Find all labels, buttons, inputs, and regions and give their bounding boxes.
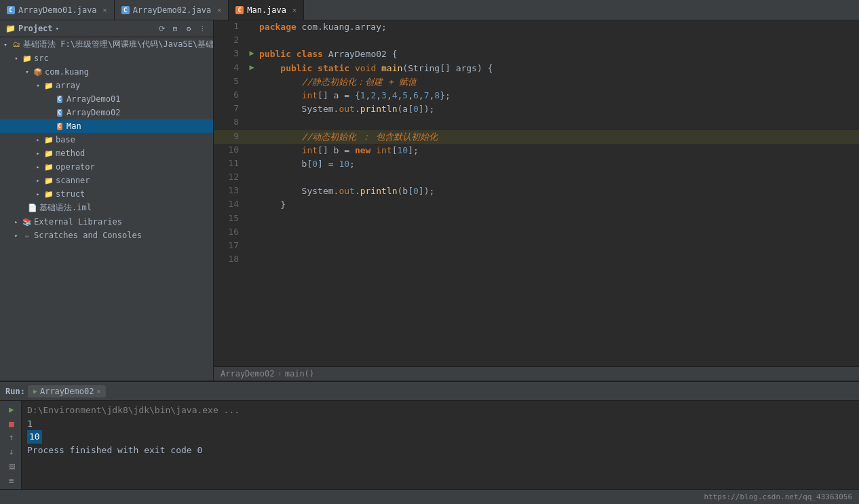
- table-row: 14 }: [214, 198, 859, 212]
- man-icon: C: [54, 121, 65, 132]
- line-num-8: 8: [214, 116, 244, 130]
- collapse-icon[interactable]: ⊟: [170, 23, 180, 34]
- tab-arraydemo02[interactable]: C ArrayDemo02.java ✕: [115, 0, 229, 20]
- line-gutter-16: [244, 226, 259, 239]
- run-scroll-up-button[interactable]: ↑: [4, 431, 19, 443]
- tree-item-scanner[interactable]: ▸ 📁 scanner: [0, 174, 213, 187]
- tab-close-man[interactable]: ✕: [292, 6, 297, 14]
- tree-item-iml[interactable]: 📄 基础语法.iml: [0, 201, 213, 215]
- arrow-method: ▸: [33, 148, 43, 159]
- tree-item-operator[interactable]: ▸ 📁 operator: [0, 160, 213, 174]
- breadcrumb: ArrayDemo02 › main(): [214, 366, 859, 381]
- run-tab-bar: Run: ▶ ArrayDemo02 ✕: [0, 382, 859, 401]
- run-stop-button[interactable]: ■: [4, 418, 19, 429]
- line-code-14[interactable]: }: [259, 198, 859, 212]
- run-line3-btn[interactable]: ▶: [249, 48, 254, 58]
- table-row: 5 //静态初始化：创建 + 赋值: [214, 75, 859, 89]
- arrow-scratches: ▸: [11, 230, 22, 241]
- line-code-1[interactable]: package com.kuang.array;: [259, 20, 859, 34]
- table-row: 10 int[] b = new int[10];: [214, 144, 859, 157]
- run-settings-button[interactable]: 🖼: [4, 461, 19, 473]
- arraydemo01-icon: C: [54, 94, 65, 104]
- line-code-4[interactable]: public static void main(String[] args) {: [259, 62, 859, 75]
- tree-label-project: 基础语法 F:\班级管理\网课班\代码\JavaSE\基础语...: [23, 39, 214, 50]
- run-tab-close[interactable]: ✕: [96, 387, 100, 395]
- breadcrumb-sep: ›: [277, 369, 282, 379]
- line-num-13: 13: [214, 185, 244, 198]
- gear-icon[interactable]: ⚙: [183, 23, 194, 34]
- arrow-scanner: ▸: [33, 175, 43, 186]
- run-output-cmd: D:\Environment\jdk8\jdk\bin\java.exe ...: [27, 404, 854, 417]
- tree-label-man: Man: [66, 121, 81, 131]
- run-scroll-down-button[interactable]: ↓: [4, 446, 19, 457]
- arrow-operator: ▸: [33, 161, 43, 172]
- tab-icon-arraydemo02: C: [121, 6, 130, 14]
- tree-item-array[interactable]: ▾ 📁 array: [0, 79, 213, 92]
- status-link[interactable]: https://blog.csdn.net/qq_43363056: [704, 492, 852, 501]
- line-code-10[interactable]: int[] b = new int[10];: [259, 144, 859, 157]
- tree-item-external-libraries[interactable]: ▸ 📚 External Libraries: [0, 215, 213, 229]
- line-code-12[interactable]: [259, 171, 859, 185]
- line-code-17[interactable]: [259, 239, 859, 253]
- line-code-3[interactable]: public class ArrayDemo02 {: [259, 47, 859, 61]
- tree-item-scratches[interactable]: ▸ ✏ Scratches and Consoles: [0, 229, 213, 242]
- tab-icon-arraydemo01: C: [7, 6, 15, 14]
- line-code-15[interactable]: [259, 212, 859, 226]
- tab-label-man: Man.java: [247, 5, 286, 15]
- tab-close-arraydemo01[interactable]: ✕: [103, 6, 107, 14]
- run-line4-btn[interactable]: ▶: [249, 62, 254, 72]
- method-folder-icon: 📁: [43, 148, 54, 159]
- line-code-11[interactable]: b[0] = 10;: [259, 157, 859, 171]
- line-code-13[interactable]: System.out.println(b[0]);: [259, 185, 859, 198]
- line-code-8[interactable]: [259, 116, 859, 130]
- line-code-2[interactable]: [259, 34, 859, 47]
- run-options-button[interactable]: ≡: [4, 475, 19, 486]
- arrow-com-kuang: ▾: [22, 66, 33, 77]
- line-num-3: 3: [214, 47, 244, 61]
- more-icon[interactable]: ⋮: [197, 23, 208, 34]
- code-editor[interactable]: 1 package com.kuang.array; 2 3 ▶ p: [214, 20, 859, 366]
- line-code-16[interactable]: [259, 226, 859, 239]
- run-toolbar: ▶ ■ ↑ ↓ 🖼 ≡: [0, 401, 22, 489]
- table-row: 18: [214, 253, 859, 267]
- run-tab-arraydemo02[interactable]: ▶ ArrayDemo02 ✕: [28, 385, 107, 398]
- tab-man[interactable]: C Man.java ✕: [229, 0, 304, 20]
- tree-label-arraydemo01: ArrayDemo01: [66, 94, 120, 104]
- table-row: 2: [214, 34, 859, 47]
- line-num-9: 9: [214, 130, 244, 144]
- line-code-9[interactable]: //动态初始化 ： 包含默认初始化: [259, 130, 859, 144]
- line-gutter-18: [244, 253, 259, 267]
- line-num-11: 11: [214, 157, 244, 171]
- src-folder-icon: 📁: [22, 53, 33, 64]
- tree-item-src[interactable]: ▾ 📁 src: [0, 52, 213, 65]
- line-gutter-7: [244, 102, 259, 116]
- line-num-18: 18: [214, 253, 244, 267]
- line-num-5: 5: [214, 75, 244, 89]
- tree-label-ext-libs: External Libraries: [34, 217, 122, 227]
- line-code-6[interactable]: int[] a = {1,2,3,4,5,6,7,8};: [259, 89, 859, 102]
- tab-arraydemo01[interactable]: C ArrayDemo01.java ✕: [0, 0, 115, 20]
- tab-close-arraydemo02[interactable]: ✕: [217, 6, 221, 14]
- line-gutter-15: [244, 212, 259, 226]
- arrow-base: ▸: [33, 134, 43, 145]
- line-code-7[interactable]: System.out.println(a[0]);: [259, 102, 859, 116]
- tree-item-base[interactable]: ▸ 📁 base: [0, 133, 213, 147]
- tree-item-method[interactable]: ▸ 📁 method: [0, 147, 213, 160]
- tree-item-struct[interactable]: ▸ 📁 struct: [0, 187, 213, 201]
- line-code-5[interactable]: //静态初始化：创建 + 赋值: [259, 75, 859, 89]
- tree-item-com-kuang[interactable]: ▾ 📦 com.kuang: [0, 65, 213, 79]
- sync-icon[interactable]: ⟳: [156, 23, 167, 34]
- editor-area: 1 package com.kuang.array; 2 3 ▶ p: [214, 20, 859, 381]
- run-play-button[interactable]: ▶: [4, 404, 19, 415]
- tree-item-project[interactable]: ▾ 🗂 基础语法 F:\班级管理\网课班\代码\JavaSE\基础语...: [0, 37, 213, 52]
- tree-item-arraydemo01[interactable]: C ArrayDemo01: [0, 92, 213, 106]
- line-code-18[interactable]: [259, 253, 859, 267]
- arraydemo02-icon: C: [54, 107, 65, 118]
- tree-item-man[interactable]: C Man: [0, 119, 213, 133]
- tree-item-arraydemo02[interactable]: C ArrayDemo02: [0, 106, 213, 119]
- project-icon: 📁: [5, 24, 16, 33]
- table-row: 15: [214, 212, 859, 226]
- line-gutter-8: [244, 116, 259, 130]
- tree-label-operator: operator: [56, 162, 95, 172]
- tab-label-arraydemo01: ArrayDemo01.java: [18, 5, 97, 15]
